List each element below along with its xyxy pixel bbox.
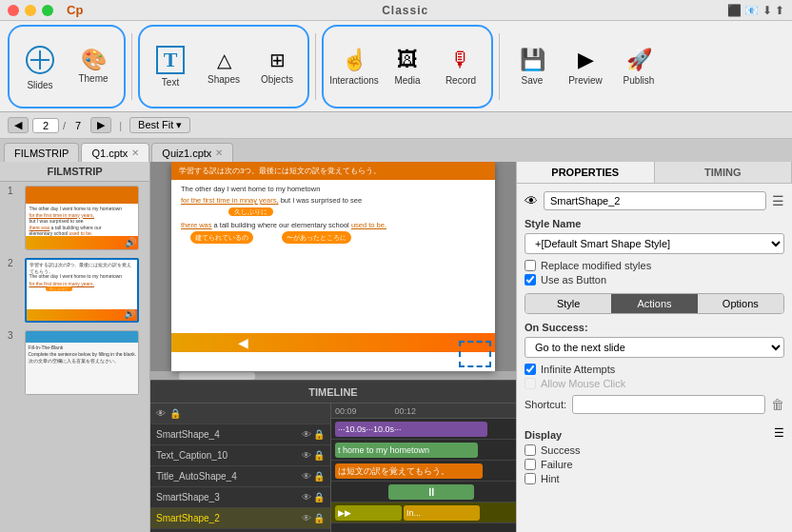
preview-button[interactable]: ▶ Preview xyxy=(559,29,612,105)
shapes-button[interactable]: △ Shapes xyxy=(197,29,250,105)
timeline-row-4[interactable]: SmartShape_2 👁 🔒 xyxy=(150,508,330,529)
track-block-4b[interactable]: In... xyxy=(404,505,480,521)
filmstrip-slide-2[interactable]: 2 学習する訳は次の3つ。最後には短文の訳を覚えてもらう。 The other … xyxy=(0,254,149,326)
action-tab-style[interactable]: Style xyxy=(525,294,611,313)
filmstrip-header: FILMSTRIP xyxy=(0,162,149,182)
slide-phrase2: there was xyxy=(181,221,212,229)
replace-modified-checkbox[interactable] xyxy=(525,260,536,271)
minimize-button[interactable] xyxy=(25,5,36,16)
theme-button[interactable]: 🎨 Theme xyxy=(67,29,120,105)
on-success-dropdown[interactable]: Go to the next slide xyxy=(525,337,784,358)
track-row-0: ···10.0s···10.0s··· xyxy=(331,419,516,440)
preview-label: Preview xyxy=(568,75,603,86)
props-tab-bar: PROPERTIES TIMING xyxy=(517,162,792,184)
publish-button[interactable]: 🚀 Publish xyxy=(612,29,665,105)
track-row-1: t home to my hometown xyxy=(331,440,516,461)
lock-col-header: 🔒 xyxy=(169,408,181,419)
shortcut-delete-icon[interactable]: 🗑 xyxy=(771,397,784,412)
save-icon: 💾 xyxy=(520,48,545,72)
slide-num-3: 3 xyxy=(8,330,17,341)
interactions-media-record-group: ☝️ Interactions 🖼 Media 🎙 Record xyxy=(322,25,493,108)
slide-thumb-3[interactable]: Fill-In-The-BlankComplete the sentence b… xyxy=(25,330,139,395)
slide-selection-box[interactable] xyxy=(459,341,491,367)
tab-filmstrip[interactable]: FILMSTRIP xyxy=(4,143,79,162)
nav-controls: ◀ / 7 ▶ xyxy=(8,117,111,133)
timeline-row-0[interactable]: SmartShape_4 👁 🔒 xyxy=(150,424,330,445)
objects-button[interactable]: ⊞ Objects xyxy=(250,29,304,105)
record-button[interactable]: 🎙 Record xyxy=(434,29,487,105)
display-failure-checkbox[interactable] xyxy=(525,459,536,470)
eye-icon-1: 👁 xyxy=(302,450,311,461)
lock-icon-1: 🔒 xyxy=(313,450,325,461)
divider-3 xyxy=(499,33,500,100)
slide-thumb-1[interactable]: The other day I went home to my hometown… xyxy=(25,186,139,250)
infinite-attempts-checkbox[interactable] xyxy=(525,364,536,375)
filmstrip-slide-3[interactable]: 3 Fill-In-The-BlankComplete the sentence… xyxy=(0,326,149,399)
text-label: Text xyxy=(162,77,179,88)
display-failure-label: Failure xyxy=(541,459,573,470)
display-menu-icon[interactable]: ☰ xyxy=(774,426,784,440)
slides-button[interactable]: Slides xyxy=(13,29,67,105)
nav-separator-bar: | xyxy=(119,120,122,131)
window-controls: Cp xyxy=(8,3,83,17)
tab-timing[interactable]: TIMING xyxy=(655,162,793,183)
timeline-panel: TIMELINE 👁 🔒 SmartShape_4 👁 xyxy=(150,380,516,532)
fit-dropdown[interactable]: Best Fit ▾ xyxy=(129,117,190,133)
theme-icon: 🎨 xyxy=(81,49,107,70)
action-tab-actions[interactable]: Actions xyxy=(611,294,697,313)
use-as-button-checkbox[interactable] xyxy=(525,274,536,286)
q1-close-icon[interactable]: ✕ xyxy=(131,148,139,158)
divider-1 xyxy=(131,33,132,100)
timeline-row-3[interactable]: SmartShape_3 👁 🔒 xyxy=(150,487,330,508)
display-success-checkbox[interactable] xyxy=(525,444,536,456)
slide-thumb-2[interactable]: 学習する訳は次の3つ。最後には短文の訳を覚えてもらう。 The other da… xyxy=(25,258,139,323)
shortcut-row: Shortcut: 🗑 xyxy=(525,395,784,414)
media-button[interactable]: 🖼 Media xyxy=(381,29,434,105)
text-button[interactable]: T Text xyxy=(144,29,197,105)
track-block-3[interactable]: ⏸ xyxy=(388,484,474,500)
action-tabs: Style Actions Options xyxy=(525,293,784,314)
tl-label-3: SmartShape_3 xyxy=(156,492,298,502)
lock-icon-3: 🔒 xyxy=(313,492,325,502)
save-button[interactable]: 💾 Save xyxy=(505,29,559,105)
display-success-label: Success xyxy=(541,444,581,456)
tl-icons-1: 👁 🔒 xyxy=(302,450,325,461)
display-section: Display ☰ Success Failure Hint xyxy=(525,422,784,484)
timeline-row-1[interactable]: Text_Caption_10 👁 🔒 xyxy=(150,445,330,466)
tab-quiz1[interactable]: Quiz1.cptx ✕ xyxy=(151,143,233,162)
display-hint-checkbox[interactable] xyxy=(525,473,536,484)
slide-number-input[interactable] xyxy=(32,118,59,133)
action-tab-options[interactable]: Options xyxy=(698,294,783,313)
quiz1-close-icon[interactable]: ✕ xyxy=(215,148,223,158)
track-block-0[interactable]: ···10.0s···10.0s··· xyxy=(335,422,487,437)
track-row-2: は短文の訳を覚えてもらう。 xyxy=(331,461,516,482)
props-menu-icon[interactable]: ☰ xyxy=(772,193,784,208)
infinite-attempts-row: Infinite Attempts xyxy=(525,364,784,375)
eye-toggle-icon[interactable]: 👁 xyxy=(525,193,538,208)
timeline-row-2[interactable]: Title_AutoShape_4 👁 🔒 xyxy=(150,466,330,487)
style-name-dropdown[interactable]: +[Default Smart Shape Style] xyxy=(525,233,784,254)
main-layout: FILMSTRIP 1 The other day I went home to… xyxy=(0,162,792,532)
nav-prev-button[interactable]: ◀ xyxy=(8,117,29,133)
slides-theme-group: Slides 🎨 Theme xyxy=(8,25,126,108)
canvas-scrollbar-h[interactable] xyxy=(150,371,516,380)
close-button[interactable] xyxy=(8,5,19,16)
track-block-1[interactable]: t home to my hometown xyxy=(335,443,478,458)
object-name-input[interactable] xyxy=(544,191,766,210)
lock-icon-2: 🔒 xyxy=(313,471,325,482)
interactions-button[interactable]: ☝️ Interactions xyxy=(327,29,381,105)
track-block-2[interactable]: は短文の訳を覚えてもらう。 xyxy=(335,463,483,479)
slides-label: Slides xyxy=(27,80,52,90)
filmstrip-slide-1[interactable]: 1 The other day I went home to my hometo… xyxy=(0,182,149,254)
zoom-button[interactable] xyxy=(42,5,53,16)
slide-body-line2: for the first time in mnay years, but I … xyxy=(181,195,485,207)
tab-q1[interactable]: Q1.cptx ✕ xyxy=(81,143,149,162)
nav-next-button[interactable]: ▶ xyxy=(90,117,111,133)
tab-properties[interactable]: PROPERTIES xyxy=(517,162,655,183)
timeline-header: TIMELINE xyxy=(150,381,516,404)
scrollbar-thumb-h[interactable] xyxy=(179,372,255,380)
save-preview-publish-group: 💾 Save ▶ Preview 🚀 Publish xyxy=(505,29,665,105)
track-block-4a[interactable]: ▶▶ xyxy=(335,505,402,521)
shortcut-input[interactable] xyxy=(572,395,765,414)
slide-canvas[interactable]: 学習する訳は次の3つ。最後には短文の訳を覚えてもらう。 The other da… xyxy=(171,162,495,371)
